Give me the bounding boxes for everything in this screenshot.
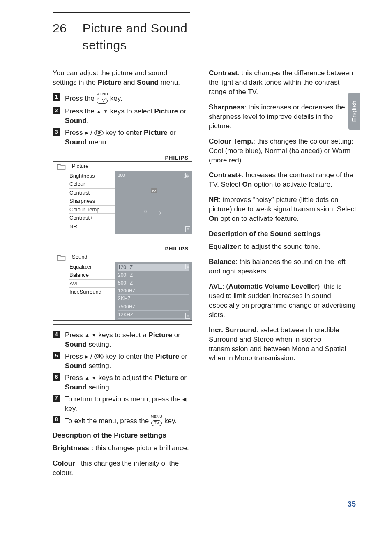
step-number: 3 — [53, 128, 60, 136]
step-3: 3 Press ▶ / OK key to enter Picture or S… — [53, 128, 192, 147]
osd-brand: PHILIPS — [53, 153, 192, 162]
step-body: To exit the menu, press the MENU TV key. — [65, 416, 192, 427]
page: 26 Picture and Sound settings You can ad… — [0, 0, 392, 542]
folder-icon — [53, 252, 69, 262]
osd-picture-menu: PHILIPS Picture Brightness Colour Contra… — [53, 153, 192, 238]
eq-band: 1200HZ — [118, 287, 189, 295]
step-body: Press ▲ ▼ keys to adjust the Picture or … — [65, 373, 192, 392]
osd-equalizer-panel: ▵ 120HZ 200HZ 500HZ 1200HZ 3KHZ 7500HZ 1… — [115, 262, 192, 320]
up-arrow-icon: ▲ — [97, 108, 101, 115]
step-number: 4 — [53, 331, 60, 338]
osd-title: Picture — [69, 162, 192, 171]
down-arrow-icon: ▼ — [92, 332, 97, 338]
eq-band: 7500HZ — [118, 303, 189, 311]
down-arrow-icon: ▼ — [103, 108, 108, 115]
right-arrow-icon: ▶ — [85, 353, 88, 360]
slider-max: 100 — [118, 173, 125, 178]
eq-band: 500HZ — [118, 279, 189, 287]
step-body: Press ▶ / OK key to enter the Picture or… — [65, 352, 192, 371]
osd-item: NR — [69, 222, 115, 231]
ok-key-icon: OK — [94, 130, 103, 136]
down-arrow-icon: ▼ — [92, 375, 97, 381]
osd-item: Contrast+ — [69, 214, 115, 222]
eq-band-selected: 120HZ — [118, 264, 189, 271]
step-body: Press ▲ ▼ keys to select a Picture or So… — [65, 331, 192, 350]
osd-item: AVL — [69, 280, 115, 288]
osd-item: Contrast — [69, 189, 115, 197]
desc-colour: Colour : this changes the intensity of t… — [53, 459, 192, 478]
step-number: 2 — [53, 107, 60, 114]
osd-brand: PHILIPS — [53, 244, 192, 253]
desc-contrast-plus: Contrast+: Increases the contrast range … — [209, 171, 357, 190]
slider-value: 63 — [151, 188, 157, 193]
step-8: 8 To exit the menu, press the MENU TV ke… — [53, 416, 192, 427]
osd-title: Sound — [69, 252, 192, 262]
step-number: 8 — [53, 416, 60, 423]
tv-menu-key-icon: MENU TV — [97, 93, 108, 104]
desc-nr: NR: improves “noisy” picture (little dot… — [209, 195, 357, 224]
left-arrow-icon: ◀ — [182, 396, 186, 403]
osd-item: Sharpness — [69, 197, 115, 206]
step-body: To return to previous menu, press the ◀ … — [65, 395, 192, 414]
slider-min: 0 — [144, 209, 147, 216]
desc-sharpness: Sharpness: this increases or decreases t… — [209, 103, 357, 131]
step-4: 4 Press ▲ ▼ keys to select a Picture or … — [53, 331, 192, 350]
osd-item: Brightness — [69, 172, 115, 181]
step-1: 1 Press the MENU TV key. — [53, 93, 192, 104]
step-body: Press the ▲ ▼ keys to select Picture or … — [65, 107, 192, 126]
eq-band: 200HZ — [118, 271, 189, 279]
scroll-down-icon: ▿ — [185, 226, 190, 232]
right-column: Contrast: this changes the difference be… — [209, 69, 357, 484]
osd-item: Equalizer — [69, 263, 115, 271]
left-column: You can adjust the picture and sound set… — [53, 69, 192, 484]
section-title: Picture and Sound settings — [83, 20, 187, 53]
header-rule-bottom — [53, 58, 190, 58]
desc-incr-surround: Incr. Surround: select between Incredibl… — [209, 326, 357, 364]
osd-item: Balance — [69, 271, 115, 280]
eq-band: 3KHZ — [118, 295, 189, 303]
osd-picture-items: Brightness Colour Contrast Sharpness Col… — [53, 171, 115, 234]
step-number: 6 — [53, 373, 60, 381]
step-6: 6 Press ▲ ▼ keys to adjust the Picture o… — [53, 373, 192, 392]
step-number: 5 — [53, 352, 60, 359]
step-body: Press ▶ / OK key to enter Picture or Sou… — [65, 128, 192, 147]
sun-dim-icon: ☼ — [157, 209, 162, 216]
desc-brightness: Brightness : this changes picture brilli… — [53, 444, 192, 453]
scroll-down-icon: ▿ — [185, 313, 190, 319]
page-number: 35 — [348, 499, 356, 509]
osd-sound-menu: PHILIPS Sound Equalizer Balance AVL Incr… — [53, 244, 192, 325]
scroll-up-icon: ▵ — [185, 173, 190, 178]
step-2: 2 Press the ▲ ▼ keys to select Picture o… — [53, 107, 192, 126]
up-arrow-icon: ▲ — [85, 375, 90, 381]
right-arrow-icon: ▶ — [85, 130, 88, 136]
tv-menu-key-icon: MENU TV — [151, 415, 163, 426]
osd-sound-items: Equalizer Balance AVL Incr.Surround — [53, 262, 115, 320]
picture-settings-heading: Description of the Picture settings — [53, 431, 192, 440]
scroll-up-icon: ▵ — [185, 264, 190, 269]
osd-item: Incr.Surround — [69, 288, 115, 296]
osd-item: Colour Temp — [69, 206, 115, 214]
osd-item: Colour — [69, 180, 115, 189]
desc-contrast: Contrast: this changes the difference be… — [209, 69, 357, 97]
desc-equalizer: Equalizer: to adjust the sound tone. — [209, 242, 357, 252]
folder-icon — [53, 162, 69, 171]
intro-paragraph: You can adjust the picture and sound set… — [53, 69, 192, 88]
step-number: 1 — [53, 93, 60, 101]
language-tab: English — [348, 93, 360, 130]
section-number: 26 — [53, 20, 79, 37]
desc-colour-temp: Colour Temp.: this changes the colour se… — [209, 137, 357, 165]
step-7: 7 To return to previous menu, press the … — [53, 395, 192, 414]
content-columns: You can adjust the picture and sound set… — [53, 69, 360, 484]
step-5: 5 Press ▶ / OK key to enter the Picture … — [53, 352, 192, 371]
eq-band: 12KHZ — [118, 311, 189, 319]
step-body: Press the MENU TV key. — [65, 93, 192, 104]
section-heading: 26 Picture and Sound settings — [53, 20, 360, 53]
step-number: 7 — [53, 395, 60, 402]
desc-avl: AVL: (Automatic Volume Leveller): this i… — [209, 282, 357, 320]
header-rule-top — [53, 12, 190, 13]
sound-settings-heading: Description of the Sound settings — [209, 229, 357, 239]
desc-balance: Balance: this balances the sound on the … — [209, 257, 357, 276]
ok-key-icon: OK — [94, 354, 103, 359]
osd-slider-panel: ▵ 100 63 ☀ 0 ☼ — [115, 171, 192, 234]
up-arrow-icon: ▲ — [85, 332, 90, 338]
